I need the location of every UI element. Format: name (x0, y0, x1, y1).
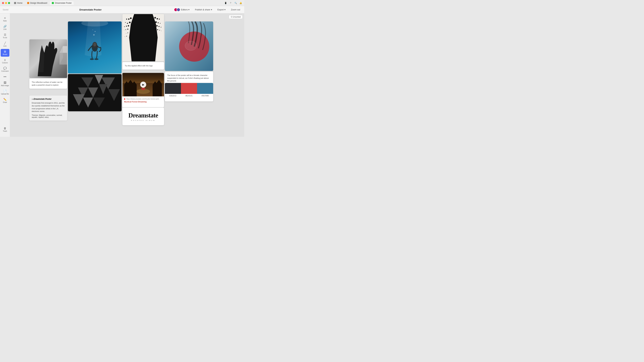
svg-point-48 (126, 33, 126, 33)
sidebar-item-draw[interactable]: ✏️ Draw (1, 97, 10, 105)
youtube-icon: ▶ (124, 98, 126, 100)
svg-marker-22 (95, 75, 103, 84)
moodboard-icon (27, 2, 29, 4)
svg-point-43 (158, 26, 160, 27)
swatch-blue (197, 83, 213, 94)
sidebar-item-line[interactable]: ╱ Line (1, 40, 10, 48)
swatch-labels: #2B2D32 #D24141 #36789B (165, 94, 213, 98)
tab-moodboard[interactable]: Design Moodboard (25, 1, 49, 5)
page-title: Dreamstate Poster (79, 8, 102, 11)
tab-home-label: Home (17, 2, 22, 4)
desc-themes: Themes: Majestic, provocative, surreal, … (32, 114, 65, 118)
sidebar-item-comment-label: Comment (1, 70, 8, 72)
sidebar-item-board-label: Board (3, 53, 7, 55)
unsorted-label: 0 Unsorted (231, 16, 241, 18)
sidebar-item-board[interactable]: ⊞ Board (1, 49, 10, 57)
svg-point-34 (126, 29, 126, 30)
sidebar-item-link[interactable]: 🔗 Link (1, 24, 10, 31)
unsorted-badge[interactable]: 0 Unsorted (229, 15, 242, 19)
logo-sub-text: ESCAPES ALBUM (131, 120, 155, 121)
maximize-dot[interactable] (8, 2, 10, 4)
desc-suffix: Poster (44, 98, 52, 100)
video-card[interactable]: ▶ ▶ https://www.youtube.com/mystic-fores… (122, 73, 164, 107)
svg-point-51 (126, 36, 127, 36)
sidebar-item-upload-label: Upload file (1, 93, 9, 95)
bw-hand-caption: The reflective surface of water can be q… (32, 81, 65, 86)
sidebar-item-upload[interactable]: 📄 Upload file (1, 88, 10, 96)
column-icon: ⫼ (4, 59, 6, 61)
swatch-row (165, 83, 213, 94)
svg-point-46 (159, 30, 160, 30)
video-meta: ▶ https://www.youtube.com/mystic-forest-… (122, 96, 164, 104)
halftone-card[interactable] (122, 14, 164, 61)
underwater-image (68, 21, 122, 73)
svg-point-53 (185, 41, 197, 50)
tab-area: Home Design Moodboard Dreamstate Poster (12, 1, 222, 5)
question-icon[interactable]: ? (229, 1, 232, 4)
svg-point-10 (90, 58, 94, 60)
underwater-svg (68, 21, 122, 73)
sidebar-item-trash[interactable]: 🗑 Trash (1, 126, 10, 133)
bw-hand-card[interactable] (29, 39, 67, 78)
export-button[interactable]: Export ▾ (216, 8, 227, 11)
video-title: Mystical Forest Dreaming (124, 101, 162, 103)
editors-chevron: ▾ (188, 8, 190, 11)
svg-point-26 (130, 17, 132, 19)
toolbar: Saved Dreamstate Poster Editors ▾ Publis… (0, 6, 244, 13)
tab-poster[interactable]: Dreamstate Poster (50, 1, 74, 5)
swatch-dark-label: #2B2D32 (165, 95, 181, 97)
video-url: ▶ https://www.youtube.com/mystic-forest-… (124, 98, 162, 100)
toolbar-actions: Editors ▾ Publish & share ▾ Export ▾ Zoo… (172, 7, 242, 12)
trash-icon: 🗑 (4, 127, 6, 130)
triangles-card[interactable] (68, 74, 122, 111)
device-icon[interactable]: 📱 (224, 1, 227, 4)
svg-marker-4 (60, 53, 67, 64)
sidebar-item-comment[interactable]: 💬 Comment (1, 66, 10, 73)
halftone-caption: Try this rippled effect with the logo (125, 64, 162, 67)
sidebar-item-link-label: Link (3, 28, 6, 30)
zoom-out-button[interactable]: Zoom out (230, 8, 242, 11)
home-icon (14, 2, 16, 4)
poster-icon (52, 2, 54, 4)
play-button[interactable]: ▶ (140, 82, 146, 88)
svg-point-33 (124, 30, 124, 30)
board-icon: ⊞ (4, 50, 6, 53)
svg-marker-21 (73, 94, 85, 106)
video-url-text: https://www.youtube.com/mystic-forest-ep… (126, 98, 159, 100)
sidebar-item-todo[interactable]: ☰ To-do (1, 32, 10, 40)
bell-icon[interactable]: 🔔 (239, 1, 242, 4)
sidebar-item-more[interactable]: ••• (1, 74, 10, 79)
sidebar-item-add-image[interactable]: 🖼 Add image (1, 80, 10, 88)
sidebar-item-add-image-label: Add image (1, 85, 9, 86)
sidebar-item-note[interactable]: ≡ Note (1, 15, 10, 23)
female-svg (165, 21, 213, 71)
tab-home[interactable]: Home (12, 1, 24, 5)
window-controls (0, 2, 12, 4)
export-label: Export (218, 8, 224, 11)
sidebar-item-column[interactable]: ⫼ Column (1, 57, 10, 65)
svg-point-13 (93, 43, 96, 46)
editors-button[interactable]: Editors ▾ (172, 7, 191, 12)
svg-point-49 (128, 32, 128, 33)
editors-avatars (174, 8, 180, 11)
svg-point-28 (127, 23, 128, 24)
sidebar-item-todo-label: To-do (3, 37, 7, 38)
publish-label: Publish & share (195, 8, 210, 11)
avatar-2 (176, 8, 180, 11)
link-icon: 🔗 (3, 25, 7, 28)
underwater-card[interactable] (68, 21, 122, 73)
svg-point-11 (94, 58, 98, 60)
svg-point-29 (129, 22, 131, 23)
zoom-label: Zoom out (231, 8, 240, 11)
female-card[interactable] (165, 21, 213, 71)
search-icon[interactable]: 🔍 (234, 1, 237, 4)
triangles-svg (68, 74, 122, 111)
close-dot[interactable] (2, 2, 4, 4)
minimize-dot[interactable] (5, 2, 7, 4)
publish-share-button[interactable]: Publish & share ▾ (194, 8, 213, 11)
bw-hand-image (29, 39, 67, 78)
svg-point-35 (127, 29, 128, 30)
desc-brand: Dreamstate (34, 98, 44, 100)
svg-point-25 (128, 18, 130, 20)
svg-point-50 (125, 36, 125, 37)
